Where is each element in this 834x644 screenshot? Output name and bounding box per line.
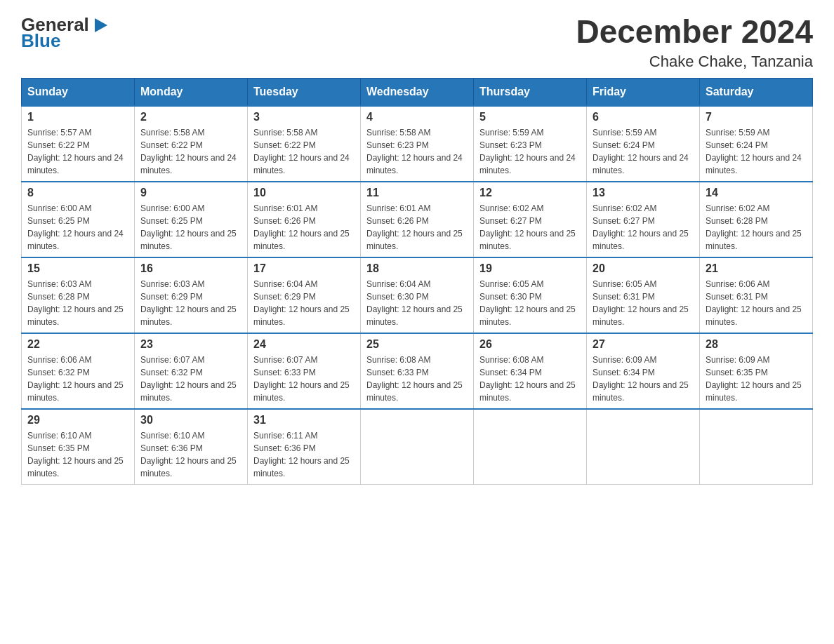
day-number: 22 bbox=[27, 338, 128, 351]
day-info: Sunrise: 5:58 AMSunset: 6:22 PMDaylight:… bbox=[253, 126, 355, 177]
table-row: 15Sunrise: 6:03 AMSunset: 6:28 PMDayligh… bbox=[22, 257, 135, 333]
day-number: 17 bbox=[253, 262, 355, 275]
day-number: 31 bbox=[253, 414, 355, 427]
table-row bbox=[474, 409, 587, 485]
table-row: 7Sunrise: 5:59 AMSunset: 6:24 PMDaylight… bbox=[700, 106, 813, 182]
calendar-title: December 2024 bbox=[576, 14, 813, 50]
day-info: Sunrise: 6:02 AMSunset: 6:28 PMDaylight:… bbox=[706, 202, 807, 253]
table-row: 10Sunrise: 6:01 AMSunset: 6:26 PMDayligh… bbox=[248, 182, 361, 257]
day-number: 15 bbox=[27, 262, 128, 275]
day-info: Sunrise: 6:02 AMSunset: 6:27 PMDaylight:… bbox=[479, 202, 581, 253]
day-info: Sunrise: 6:02 AMSunset: 6:27 PMDaylight:… bbox=[593, 202, 694, 253]
day-number: 29 bbox=[27, 414, 128, 427]
day-number: 19 bbox=[479, 262, 581, 275]
weekday-header-saturday: Saturday bbox=[700, 78, 813, 106]
day-number: 4 bbox=[366, 111, 468, 123]
day-number: 6 bbox=[593, 111, 694, 123]
day-info: Sunrise: 6:08 AMSunset: 6:33 PMDaylight:… bbox=[366, 354, 468, 404]
day-number: 13 bbox=[593, 187, 694, 199]
table-row: 8Sunrise: 6:00 AMSunset: 6:25 PMDaylight… bbox=[22, 182, 135, 257]
table-row: 17Sunrise: 6:04 AMSunset: 6:29 PMDayligh… bbox=[248, 257, 361, 333]
day-info: Sunrise: 5:58 AMSunset: 6:23 PMDaylight:… bbox=[366, 126, 468, 177]
calendar-week-3: 15Sunrise: 6:03 AMSunset: 6:28 PMDayligh… bbox=[22, 257, 813, 333]
table-row: 16Sunrise: 6:03 AMSunset: 6:29 PMDayligh… bbox=[135, 257, 248, 333]
day-number: 20 bbox=[593, 262, 694, 275]
day-info: Sunrise: 6:01 AMSunset: 6:26 PMDaylight:… bbox=[253, 202, 355, 253]
day-info: Sunrise: 6:07 AMSunset: 6:33 PMDaylight:… bbox=[253, 354, 355, 404]
calendar-week-5: 29Sunrise: 6:10 AMSunset: 6:35 PMDayligh… bbox=[22, 409, 813, 485]
day-number: 30 bbox=[140, 414, 241, 427]
day-info: Sunrise: 6:06 AMSunset: 6:32 PMDaylight:… bbox=[27, 354, 128, 404]
table-row: 20Sunrise: 6:05 AMSunset: 6:31 PMDayligh… bbox=[587, 257, 700, 333]
weekday-header-wednesday: Wednesday bbox=[361, 78, 474, 106]
day-number: 12 bbox=[479, 187, 581, 199]
day-number: 24 bbox=[253, 338, 355, 351]
calendar-week-1: 1Sunrise: 5:57 AMSunset: 6:22 PMDaylight… bbox=[22, 106, 813, 182]
day-info: Sunrise: 5:59 AMSunset: 6:23 PMDaylight:… bbox=[479, 126, 581, 177]
table-row: 2Sunrise: 5:58 AMSunset: 6:22 PMDaylight… bbox=[135, 106, 248, 182]
day-info: Sunrise: 6:10 AMSunset: 6:35 PMDaylight:… bbox=[27, 429, 128, 480]
table-row bbox=[700, 409, 813, 485]
table-row: 18Sunrise: 6:04 AMSunset: 6:30 PMDayligh… bbox=[361, 257, 474, 333]
table-row: 21Sunrise: 6:06 AMSunset: 6:31 PMDayligh… bbox=[700, 257, 813, 333]
day-number: 1 bbox=[27, 111, 128, 123]
day-info: Sunrise: 6:06 AMSunset: 6:31 PMDaylight:… bbox=[706, 278, 807, 328]
day-info: Sunrise: 6:09 AMSunset: 6:34 PMDaylight:… bbox=[593, 354, 694, 404]
table-row: 12Sunrise: 6:02 AMSunset: 6:27 PMDayligh… bbox=[474, 182, 587, 257]
table-row: 1Sunrise: 5:57 AMSunset: 6:22 PMDaylight… bbox=[22, 106, 135, 182]
day-number: 11 bbox=[366, 187, 468, 199]
table-row: 6Sunrise: 5:59 AMSunset: 6:24 PMDaylight… bbox=[587, 106, 700, 182]
table-row: 25Sunrise: 6:08 AMSunset: 6:33 PMDayligh… bbox=[361, 333, 474, 409]
day-info: Sunrise: 5:59 AMSunset: 6:24 PMDaylight:… bbox=[706, 126, 807, 177]
day-info: Sunrise: 6:10 AMSunset: 6:36 PMDaylight:… bbox=[140, 429, 241, 480]
calendar-week-2: 8Sunrise: 6:00 AMSunset: 6:25 PMDaylight… bbox=[22, 182, 813, 257]
day-info: Sunrise: 5:57 AMSunset: 6:22 PMDaylight:… bbox=[27, 126, 128, 177]
logo-blue-text: Blue bbox=[21, 30, 60, 52]
table-row: 26Sunrise: 6:08 AMSunset: 6:34 PMDayligh… bbox=[474, 333, 587, 409]
header: General Blue December 2024 Chake Chake, … bbox=[21, 14, 813, 71]
day-info: Sunrise: 6:03 AMSunset: 6:28 PMDaylight:… bbox=[27, 278, 128, 328]
day-info: Sunrise: 5:59 AMSunset: 6:24 PMDaylight:… bbox=[593, 126, 694, 177]
table-row: 14Sunrise: 6:02 AMSunset: 6:28 PMDayligh… bbox=[700, 182, 813, 257]
table-row: 24Sunrise: 6:07 AMSunset: 6:33 PMDayligh… bbox=[248, 333, 361, 409]
day-number: 23 bbox=[140, 338, 241, 351]
table-row bbox=[361, 409, 474, 485]
day-info: Sunrise: 6:01 AMSunset: 6:26 PMDaylight:… bbox=[366, 202, 468, 253]
table-row: 27Sunrise: 6:09 AMSunset: 6:34 PMDayligh… bbox=[587, 333, 700, 409]
calendar-subtitle: Chake Chake, Tanzania bbox=[576, 53, 813, 71]
table-row: 29Sunrise: 6:10 AMSunset: 6:35 PMDayligh… bbox=[22, 409, 135, 485]
day-info: Sunrise: 6:08 AMSunset: 6:34 PMDaylight:… bbox=[479, 354, 581, 404]
title-block: December 2024 Chake Chake, Tanzania bbox=[576, 14, 813, 71]
weekday-header-thursday: Thursday bbox=[474, 78, 587, 106]
day-info: Sunrise: 6:05 AMSunset: 6:31 PMDaylight:… bbox=[593, 278, 694, 328]
day-number: 27 bbox=[593, 338, 694, 351]
day-info: Sunrise: 6:00 AMSunset: 6:25 PMDaylight:… bbox=[140, 202, 241, 253]
day-number: 9 bbox=[140, 187, 241, 199]
day-info: Sunrise: 5:58 AMSunset: 6:22 PMDaylight:… bbox=[140, 126, 241, 177]
day-number: 28 bbox=[706, 338, 807, 351]
calendar-week-4: 22Sunrise: 6:06 AMSunset: 6:32 PMDayligh… bbox=[22, 333, 813, 409]
day-number: 18 bbox=[366, 262, 468, 275]
day-number: 16 bbox=[140, 262, 241, 275]
day-info: Sunrise: 6:09 AMSunset: 6:35 PMDaylight:… bbox=[706, 354, 807, 404]
day-number: 26 bbox=[479, 338, 581, 351]
table-row: 19Sunrise: 6:05 AMSunset: 6:30 PMDayligh… bbox=[474, 257, 587, 333]
table-row bbox=[587, 409, 700, 485]
table-row: 22Sunrise: 6:06 AMSunset: 6:32 PMDayligh… bbox=[22, 333, 135, 409]
logo-triangle-icon bbox=[91, 15, 110, 35]
day-info: Sunrise: 6:05 AMSunset: 6:30 PMDaylight:… bbox=[479, 278, 581, 328]
day-info: Sunrise: 6:03 AMSunset: 6:29 PMDaylight:… bbox=[140, 278, 241, 328]
day-info: Sunrise: 6:07 AMSunset: 6:32 PMDaylight:… bbox=[140, 354, 241, 404]
day-number: 10 bbox=[253, 187, 355, 199]
table-row: 4Sunrise: 5:58 AMSunset: 6:23 PMDaylight… bbox=[361, 106, 474, 182]
table-row: 5Sunrise: 5:59 AMSunset: 6:23 PMDaylight… bbox=[474, 106, 587, 182]
table-row: 23Sunrise: 6:07 AMSunset: 6:32 PMDayligh… bbox=[135, 333, 248, 409]
day-number: 5 bbox=[479, 111, 581, 123]
weekday-header-tuesday: Tuesday bbox=[248, 78, 361, 106]
day-number: 14 bbox=[706, 187, 807, 199]
svg-marker-0 bbox=[95, 18, 107, 32]
table-row: 3Sunrise: 5:58 AMSunset: 6:22 PMDaylight… bbox=[248, 106, 361, 182]
day-info: Sunrise: 6:11 AMSunset: 6:36 PMDaylight:… bbox=[253, 429, 355, 480]
table-row: 11Sunrise: 6:01 AMSunset: 6:26 PMDayligh… bbox=[361, 182, 474, 257]
table-row: 30Sunrise: 6:10 AMSunset: 6:36 PMDayligh… bbox=[135, 409, 248, 485]
